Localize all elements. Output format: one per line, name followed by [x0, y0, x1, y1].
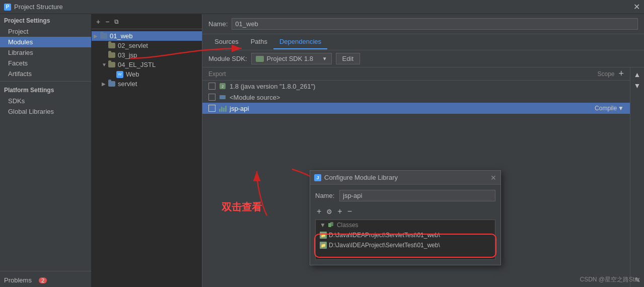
watermark: CSDN @星空之路Star	[580, 275, 640, 284]
modal-name-label: Name:	[315, 192, 335, 199]
platform-settings-header: Platform Settings	[0, 84, 91, 96]
remove-button[interactable]: −	[104, 17, 111, 26]
modal-close-button[interactable]: ✕	[490, 174, 496, 182]
sdk-icon	[256, 56, 264, 62]
svg-text:J: J	[222, 85, 224, 88]
modal-toolbar: + ⚙ + −	[315, 206, 495, 217]
modal-classes-arrow: ▼	[320, 222, 326, 229]
deps-item-module-source[interactable]: <Module source>	[202, 92, 630, 103]
edit-button[interactable]: Edit	[336, 53, 360, 64]
deps-toolbar: Module SDK: Project SDK 1.8 ▼ Edit	[202, 50, 644, 67]
close-button[interactable]: ✕	[633, 3, 640, 11]
sidebar-item-global-libraries[interactable]: Global Libraries	[0, 106, 91, 117]
jdk-icon: J	[219, 82, 227, 90]
tree-item-03jsp[interactable]: 03_jsp	[92, 50, 202, 60]
deps-item-jdk[interactable]: J 1.8 (java version "1.8.0_261")	[202, 81, 630, 92]
problems-badge: 2	[39, 277, 47, 283]
sidebar: Project Settings Project Modules Librari…	[0, 14, 92, 287]
tree-item-servlet[interactable]: ▶ servlet	[92, 79, 202, 89]
tree-arrow-04: ▼	[102, 62, 108, 67]
configure-module-library-dialog: J Configure Module Library ✕ Name: + ⚙ +…	[310, 170, 501, 265]
tree-label-02servlet: 02_servlet	[118, 42, 148, 49]
sidebar-item-modules[interactable]: Modules	[0, 37, 91, 47]
modal-file-icon-1: 📁	[320, 232, 327, 239]
modal-classes-label: Classes	[337, 222, 359, 229]
deps-item-name-jdk: 1.8 (java version "1.8.0_261")	[230, 83, 621, 90]
modal-classes-section: ▼ Classes	[316, 220, 495, 230]
modal-path-value-1: D:\Java\IDEAProject\ServletTest\01_web\	[329, 232, 440, 239]
scope-dropdown-icon[interactable]: ▼	[618, 105, 624, 112]
tab-sources[interactable]: Sources	[208, 35, 245, 49]
modal-name-row: Name:	[315, 190, 495, 201]
web-icon: W	[116, 71, 124, 78]
deps-item-name-module: <Module source>	[230, 94, 621, 101]
tree-label-01web: 01_web	[110, 32, 133, 40]
tab-paths[interactable]: Paths	[245, 35, 273, 49]
main-layout: Project Settings Project Modules Librari…	[0, 14, 644, 287]
tree-toolbar: + − ⧉	[92, 14, 202, 29]
tree-panel: + − ⧉ ▶ 01_web 02_servlet	[92, 14, 202, 287]
scope-col-header: Scope	[574, 70, 614, 78]
tree-item-04eljstl[interactable]: ▼ 04_EL_JSTL	[92, 60, 202, 69]
tab-dependencies[interactable]: Dependencies	[273, 35, 327, 49]
modal-path-value-2: D:\Java\IDEAProject\ServletTest\01_web\	[329, 242, 440, 249]
modal-remove-button[interactable]: −	[346, 206, 353, 217]
modal-path-1[interactable]: 📁 D:\Java\IDEAProject\ServletTest\01_web…	[316, 230, 495, 240]
tree-content: ▶ 01_web 02_servlet 03_jsp	[92, 29, 202, 287]
name-bar: Name:	[202, 14, 644, 34]
tree-item-web[interactable]: W Web	[92, 69, 202, 79]
tree-label-03jsp: 03_jsp	[118, 51, 137, 59]
modal-gear-button[interactable]: ⚙	[325, 207, 334, 216]
modal-add2-button[interactable]: +	[336, 206, 343, 217]
deps-checkbox-jsp[interactable]	[208, 105, 216, 112]
folder-icon-servlet	[108, 81, 116, 88]
deps-checkbox-jdk[interactable]	[208, 83, 216, 90]
export-col-header: Export	[208, 70, 239, 78]
add-button[interactable]: +	[95, 17, 102, 26]
tabs-bar: Sources Paths Dependencies	[202, 34, 644, 50]
sdk-value: Project SDK 1.8	[267, 55, 314, 62]
add-dep-button[interactable]: +	[618, 68, 624, 79]
sidebar-divider-bottom	[0, 271, 91, 271]
modal-name-input[interactable]	[339, 190, 495, 201]
tree-label-04eljstl: 04_EL_JSTL	[118, 61, 156, 68]
sidebar-item-project[interactable]: Project	[0, 26, 91, 37]
deps-item-jsp-api[interactable]: jsp-api Compile ▼	[202, 103, 630, 114]
modal-add-button[interactable]: +	[315, 206, 323, 217]
modal-titlebar: J Configure Module Library ✕	[310, 171, 500, 185]
module-source-icon	[219, 93, 227, 101]
tree-item-01web[interactable]: ▶ 01_web	[92, 31, 202, 41]
name-input[interactable]	[232, 18, 638, 30]
scroll-down-button[interactable]: ▼	[633, 81, 642, 91]
problems-item[interactable]: Problems 2	[0, 273, 91, 287]
problems-label: Problems	[4, 276, 32, 284]
module-sdk-label: Module SDK:	[208, 55, 247, 62]
modal-file-icon-2: 📁	[320, 242, 327, 249]
folder-icon-01web	[100, 33, 108, 40]
sidebar-item-facets[interactable]: Facets	[0, 58, 91, 68]
svg-rect-5	[330, 222, 333, 226]
tree-label-servlet: servlet	[118, 80, 137, 88]
tree-item-02servlet[interactable]: 02_servlet	[92, 41, 202, 50]
sidebar-divider	[0, 81, 91, 82]
sdk-select[interactable]: Project SDK 1.8 ▼	[251, 53, 332, 64]
deps-checkbox-module[interactable]	[208, 94, 216, 101]
title-bar: P Project Structure ✕	[0, 0, 644, 14]
deps-right-toolbar: ▲ ▼ ✎	[630, 67, 644, 287]
sidebar-item-artifacts[interactable]: Artifacts	[0, 68, 91, 79]
tree-label-web: Web	[126, 70, 139, 78]
sidebar-item-libraries[interactable]: Libraries	[0, 47, 91, 58]
modal-icon: J	[314, 174, 321, 181]
deps-item-name-jsp: jsp-api	[230, 105, 592, 112]
copy-button[interactable]: ⧉	[113, 18, 120, 26]
tree-arrow: ▶	[94, 33, 100, 39]
folder-icon-04eljstl	[108, 61, 116, 68]
scroll-up-button[interactable]: ▲	[633, 69, 642, 80]
dropdown-arrow-icon: ▼	[322, 56, 327, 61]
modal-tree: ▼ Classes 📁 D:\Java\IDEAProject\ServletT…	[315, 220, 495, 260]
modal-body: Name: + ⚙ + − ▼ Classe	[310, 185, 500, 265]
deps-item-scope-jsp: Compile ▼	[595, 105, 624, 112]
name-label: Name:	[208, 20, 228, 28]
sidebar-item-sdks[interactable]: SDKs	[0, 96, 91, 106]
modal-path-2[interactable]: 📁 D:\Java\IDEAProject\ServletTest\01_web…	[316, 240, 495, 250]
